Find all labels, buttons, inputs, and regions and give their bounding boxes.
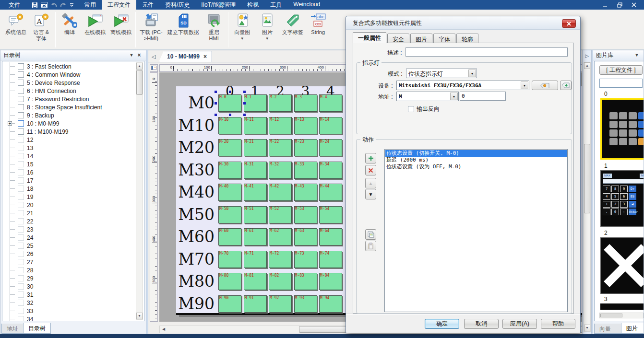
hmi-toggle-button[interactable]: M-0 [218,94,241,112]
menu-tab-changyong[interactable]: 常用 [79,0,102,10]
tree-item-checkbox[interactable] [18,267,24,273]
tree-item[interactable]: 19 [4,193,135,201]
tree-item-checkbox[interactable] [18,161,24,167]
ribbon-button-download[interactable]: 下载 (PC- >HMI) [137,11,165,48]
hmi-toggle-button[interactable]: M-72 [269,251,292,268]
tree-item[interactable]: 33 [4,307,135,315]
document-tab[interactable]: 10 - M0-M99 × [159,51,212,62]
tree-item-checkbox[interactable] [18,316,24,321]
tree-item[interactable]: 23 [4,225,135,233]
tree-item-checkbox[interactable] [18,300,24,306]
panel-close-icon[interactable]: × [135,52,143,58]
tree-item-checkbox[interactable] [18,283,24,290]
export-icon[interactable] [41,2,48,8]
tree-item[interactable]: 32 [4,299,135,307]
thumbnail-1-image[interactable]: MAX MIN 789Dr456BS123◀.0-Enter [600,170,644,227]
tree-item[interactable]: 9 : Backup [4,111,135,119]
tree-item-checkbox[interactable] [18,71,24,78]
tab-general-properties[interactable]: 一般属性 [353,32,386,43]
tab-font[interactable]: 字体 [433,34,455,43]
library-horizontal-scrollbar[interactable] [599,313,644,318]
menu-file[interactable]: 文件 [0,0,27,10]
tree-item-checkbox[interactable] [18,177,24,184]
ribbon-button-language-font[interactable]: A 语言 & 字体 [29,11,54,48]
dialog-title-bar[interactable]: 复合式多功能按钮元件属性 [346,16,580,30]
tree-item[interactable]: 15 [4,160,135,168]
move-down-button[interactable]: ▼ [365,189,376,199]
hmi-toggle-button[interactable]: M-94 [319,295,342,313]
tree-item[interactable]: 27 [4,258,135,266]
tree-item-checkbox[interactable] [18,218,24,224]
hmi-toggle-button[interactable]: M-41 [244,184,267,201]
menu-tab-view[interactable]: 检视 [241,0,264,10]
tree-item[interactable]: 3 : Fast Selection [4,62,135,70]
tree-item-checkbox[interactable] [18,234,24,241]
image-state-combobox[interactable] [599,79,643,88]
hmi-toggle-button[interactable]: M-61 [244,228,267,245]
hmi-toggle-button[interactable]: M-73 [294,251,317,268]
menu-tab-data-history[interactable]: 资料/历史 [159,0,195,10]
output-invert-checkbox[interactable] [408,106,414,112]
selection-handle[interactable] [215,102,217,105]
menu-tab-element[interactable]: 元件 [136,0,159,10]
menu-tab-weincloud[interactable]: Weincloud [287,0,326,10]
hmi-toggle-button[interactable]: M-74 [319,251,342,268]
thumbnail-2[interactable]: 2 [600,230,644,294]
tree-item-checkbox[interactable] [18,202,24,208]
delete-action-button[interactable] [365,165,376,175]
tree-item[interactable]: 26 [4,250,135,258]
apply-button[interactable]: 应用(A) [502,319,537,329]
ok-button[interactable]: 确定 [425,319,459,329]
move-up-button[interactable]: ▲ [365,178,376,188]
tree-item[interactable]: 29 [4,274,135,282]
hmi-toggle-button[interactable]: M-24 [319,139,342,156]
chevron-down-icon[interactable]: ▼ [521,82,528,89]
tab-picture-library[interactable]: 图片库 [621,323,644,334]
hmi-toggle-button[interactable]: M-22 [269,139,292,156]
thumbnail-1[interactable]: 1 MAX MIN 789Dr456BS123◀.0-Enter [600,163,644,227]
tree-item-checkbox[interactable] [18,145,24,151]
selection-handle[interactable] [215,91,217,93]
tree-item[interactable]: 6 : HMI Connection [4,87,135,95]
undo-icon[interactable] [50,2,57,8]
tab-security[interactable]: 安全 [387,34,409,43]
tree-item-checkbox[interactable] [18,169,24,175]
tree-item[interactable]: 25 [4,242,135,250]
hmi-toggle-button[interactable]: M-4 [319,94,342,112]
tree-item-checkbox[interactable] [18,210,24,216]
help-button[interactable]: 帮助 [541,319,575,329]
tree-item-checkbox[interactable] [18,104,24,110]
tree-item-checkbox[interactable] [18,275,24,281]
tree-item-checkbox[interactable] [18,137,24,143]
hmi-toggle-button[interactable]: M-62 [269,228,292,245]
hmi-toggle-button[interactable]: M-52 [269,206,292,223]
tree-item[interactable]: 30 [4,282,135,291]
hmi-toggle-button[interactable]: M-10 [218,117,241,134]
tree-item-checkbox[interactable] [18,88,24,94]
selection-handle[interactable] [229,91,231,93]
ribbon-button-reboot-hmi[interactable]: 重启 HMI [202,11,227,48]
output-invert-row[interactable]: 输出反向 [408,105,440,113]
tree-item-checkbox[interactable] [18,259,24,265]
hmi-toggle-button[interactable]: M-81 [244,273,267,290]
tab-directory-tree[interactable]: 目录树 [23,323,51,334]
hmi-toggle-button[interactable]: M-14 [319,117,342,134]
save-icon[interactable] [32,2,38,8]
tree-item-checkbox[interactable] [18,112,24,118]
quick-access-more-icon[interactable] [70,3,74,7]
selection-handle[interactable] [215,114,217,116]
tree-item-checkbox[interactable] [18,194,24,200]
hmi-toggle-button[interactable]: M-43 [294,184,317,201]
hmi-toggle-button[interactable]: M-90 [218,295,241,313]
action-list-item[interactable]: 位状态设置 (设为 OFF, M-0) [385,163,567,170]
tree-item[interactable]: +10 : M0-M99 [4,119,135,128]
selection-handle[interactable] [243,114,246,116]
hmi-toggle-button[interactable]: M-3 [294,94,317,112]
mode-dropdown[interactable]: 位状态指示灯 ▼ [406,69,477,78]
tree-item-checkbox[interactable] [18,120,24,127]
selection-handle[interactable] [229,114,231,116]
restore-button[interactable] [613,1,626,9]
tree-item[interactable]: 24 [4,233,135,242]
scroll-up-icon[interactable]: ▲ [584,62,590,69]
scrollbar-thumb[interactable] [584,144,590,213]
